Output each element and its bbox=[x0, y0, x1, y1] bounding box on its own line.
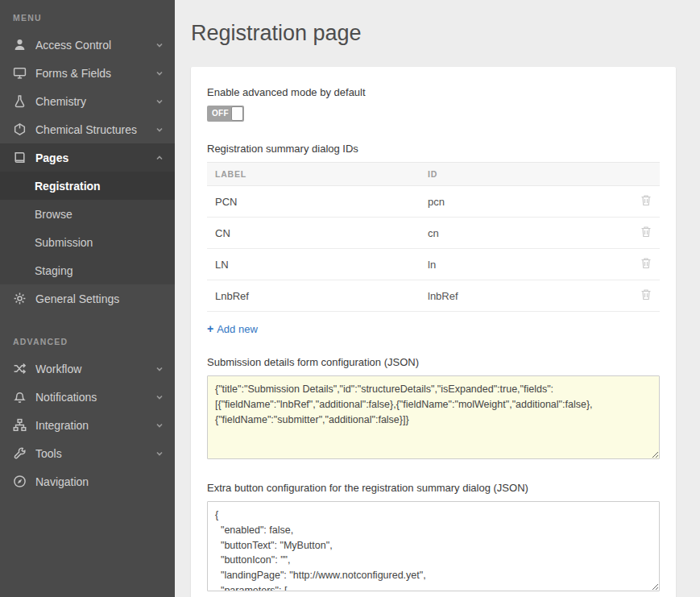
sidebar-item-chemistry[interactable]: Chemistry bbox=[0, 87, 175, 115]
row-id-cell[interactable]: lnbRef bbox=[420, 280, 632, 312]
sidebar-item-navigation[interactable]: Navigation bbox=[0, 467, 175, 495]
compass-icon bbox=[13, 475, 27, 488]
sidebar-subitem-label: Staging bbox=[35, 264, 72, 277]
chevron-down-icon bbox=[155, 41, 164, 49]
submission-config-label: Submission details form configuration (J… bbox=[207, 356, 660, 368]
sidebar-subitem-label: Browse bbox=[35, 208, 72, 221]
user-icon bbox=[13, 38, 27, 52]
column-header-id: ID bbox=[420, 163, 632, 186]
sidebar-item-integration[interactable]: Integration bbox=[0, 411, 175, 439]
sidebar-subitem-staging[interactable]: Staging bbox=[0, 256, 175, 284]
delete-row-icon[interactable] bbox=[640, 226, 652, 238]
row-label-cell[interactable]: PCN bbox=[207, 186, 420, 218]
sidebar-item-label: Workflow bbox=[35, 363, 155, 375]
dialog-ids-table: LABEL ID PCN pcn CN cn bbox=[207, 162, 660, 312]
sidebar-item-label: Pages bbox=[35, 151, 155, 164]
sidebar-item-tools[interactable]: Tools bbox=[0, 439, 175, 467]
toggle-state-label: OFF bbox=[212, 109, 229, 118]
delete-row-icon[interactable] bbox=[640, 194, 652, 206]
table-row: PCN pcn bbox=[207, 186, 660, 218]
table-row: CN cn bbox=[207, 218, 660, 249]
sidebar-advanced-header: ADVANCED bbox=[0, 324, 175, 354]
row-id-cell[interactable]: pcn bbox=[420, 186, 632, 218]
add-new-label: Add new bbox=[217, 323, 258, 335]
table-header-row: LABEL ID bbox=[207, 163, 660, 186]
row-label-cell[interactable]: LN bbox=[207, 249, 420, 280]
sidebar-item-general-settings[interactable]: General Settings bbox=[0, 284, 175, 313]
sidebar-item-workflow[interactable]: Workflow bbox=[0, 354, 175, 383]
sidebar: MENU Access Control Forms & Fields Chemi… bbox=[0, 0, 175, 597]
chevron-down-icon bbox=[155, 393, 164, 401]
chevron-down-icon bbox=[155, 69, 164, 77]
column-header-label: LABEL bbox=[207, 163, 420, 186]
sidebar-item-label: Forms & Fields bbox=[35, 67, 155, 80]
add-new-button[interactable]: + Add new bbox=[207, 322, 258, 335]
delete-row-icon[interactable] bbox=[640, 288, 652, 301]
row-label-cell[interactable]: LnbRef bbox=[207, 280, 420, 312]
chevron-down-icon bbox=[155, 421, 164, 429]
hexagon-structure-icon bbox=[13, 122, 27, 136]
sidebar-item-label: Chemistry bbox=[35, 95, 155, 108]
main-content: Registration page Enable advanced mode b… bbox=[175, 0, 700, 597]
submission-config-textarea[interactable]: {"title":"Submission Details","id":"stru… bbox=[207, 375, 660, 459]
sidebar-item-access-control[interactable]: Access Control bbox=[0, 31, 175, 59]
plus-icon: + bbox=[207, 322, 213, 335]
chevron-down-icon bbox=[155, 126, 164, 134]
sidebar-item-label: Access Control bbox=[35, 39, 155, 52]
sidebar-subitem-browse[interactable]: Browse bbox=[0, 200, 175, 228]
chevron-up-icon bbox=[155, 154, 164, 162]
sidebar-item-label: Notifications bbox=[35, 391, 155, 404]
sidebar-subitem-label: Submission bbox=[35, 236, 93, 249]
sidebar-item-notifications[interactable]: Notifications bbox=[0, 383, 175, 411]
sidebar-menu-header: MENU bbox=[0, 0, 175, 31]
extra-button-config-textarea[interactable]: { "enabled": false, "buttonText": "MyBut… bbox=[207, 501, 660, 591]
display-icon bbox=[13, 66, 27, 80]
sidebar-item-label: General Settings bbox=[35, 292, 164, 305]
sitemap-icon bbox=[13, 418, 27, 432]
wrench-icon bbox=[13, 446, 27, 460]
app-window: MENU Access Control Forms & Fields Chemi… bbox=[0, 0, 700, 597]
sidebar-item-label: Navigation bbox=[35, 475, 164, 488]
toggle-knob bbox=[231, 106, 243, 121]
table-row: LN ln bbox=[207, 249, 660, 280]
settings-card: Enable advanced mode by default OFF Regi… bbox=[191, 67, 676, 597]
column-header-actions bbox=[632, 163, 660, 186]
sidebar-item-label: Tools bbox=[35, 447, 155, 460]
flask-icon bbox=[13, 94, 27, 108]
sidebar-group-pages: Pages Registration Browse Submission Sta… bbox=[0, 143, 175, 284]
shuffle-icon bbox=[13, 362, 27, 375]
chevron-down-icon bbox=[155, 450, 164, 458]
chevron-down-icon bbox=[155, 365, 164, 373]
delete-row-icon[interactable] bbox=[640, 257, 652, 269]
sidebar-item-label: Integration bbox=[35, 419, 155, 432]
sidebar-subitem-registration[interactable]: Registration bbox=[0, 172, 175, 200]
sidebar-subitem-label: Registration bbox=[35, 180, 101, 193]
sidebar-item-pages[interactable]: Pages bbox=[0, 143, 175, 172]
book-icon bbox=[13, 151, 27, 164]
row-id-cell[interactable]: ln bbox=[420, 249, 632, 280]
row-label-cell[interactable]: CN bbox=[207, 218, 420, 249]
sidebar-item-chemical-structures[interactable]: Chemical Structures bbox=[0, 115, 175, 143]
sidebar-item-forms-fields[interactable]: Forms & Fields bbox=[0, 59, 175, 87]
extra-button-config-label: Extra button configuration for the regis… bbox=[207, 482, 660, 494]
bell-icon bbox=[13, 390, 27, 404]
dialog-ids-label: Registration summary dialog IDs bbox=[207, 143, 660, 155]
sidebar-item-label: Chemical Structures bbox=[35, 123, 155, 136]
advanced-mode-toggle[interactable]: OFF bbox=[207, 106, 244, 122]
row-id-cell[interactable]: cn bbox=[420, 218, 632, 249]
gear-icon bbox=[13, 292, 27, 305]
advanced-mode-label: Enable advanced mode by default bbox=[207, 86, 660, 98]
page-title: Registration page bbox=[191, 21, 676, 46]
table-row: LnbRef lnbRef bbox=[207, 280, 660, 312]
sidebar-subitem-submission[interactable]: Submission bbox=[0, 228, 175, 256]
chevron-down-icon bbox=[155, 97, 164, 106]
